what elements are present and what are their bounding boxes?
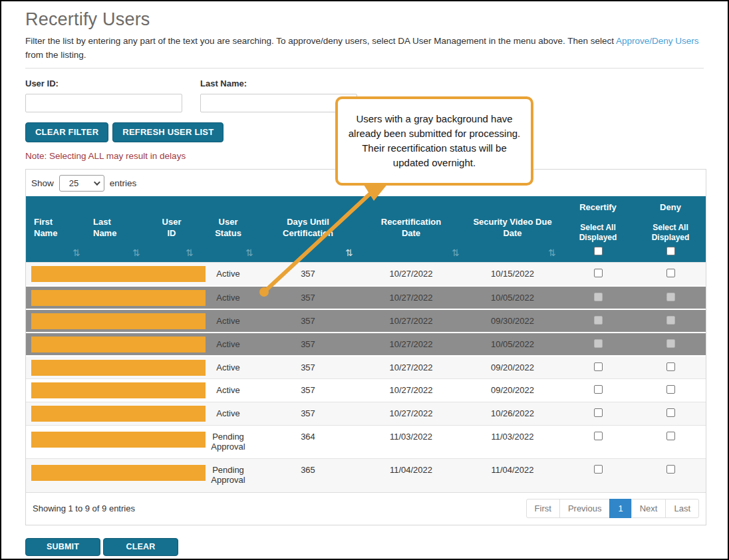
- column-header-security-video-due-date[interactable]: Security Video Due Date ⇅: [464, 196, 561, 263]
- recertify-checkbox[interactable]: [594, 465, 603, 474]
- pagination-next[interactable]: Next: [631, 499, 666, 518]
- sort-icon[interactable]: ⇅: [452, 247, 460, 259]
- gray-background-callout: Users with a gray background have alread…: [335, 96, 533, 186]
- recertify-cell: [561, 263, 635, 286]
- recertification-date-cell: 10/27/2022: [358, 286, 464, 309]
- user-table: First Name ⇅ Last Name ⇅ User ID ⇅ User …: [26, 196, 706, 492]
- last-name-input[interactable]: [200, 94, 357, 112]
- recertify-cell: [561, 402, 635, 426]
- recertification-date-cell: 10/27/2022: [358, 333, 464, 356]
- recertification-date-cell: 11/03/2022: [358, 426, 464, 459]
- last-name-label: Last Name:: [200, 78, 357, 88]
- recertify-checkbox: [594, 339, 603, 348]
- sort-icon[interactable]: ⇅: [245, 247, 253, 259]
- security-video-due-date-cell: 11/04/2022: [464, 459, 561, 492]
- recertify-cell: [561, 379, 635, 402]
- user-status-cell: Active: [198, 356, 258, 379]
- column-header-user-status[interactable]: User Status ⇅: [198, 196, 258, 263]
- chevron-down-icon: [94, 179, 100, 186]
- security-video-due-date-cell: 09/20/2022: [464, 379, 561, 402]
- sort-icon-active[interactable]: ⇅: [345, 247, 353, 259]
- pagination-1[interactable]: 1: [609, 499, 631, 518]
- entries-summary: Showing 1 to 9 of 9 entries: [33, 503, 135, 513]
- deny-checkbox[interactable]: [666, 362, 675, 371]
- security-video-due-date-cell: 11/03/2022: [464, 426, 561, 459]
- sort-icon[interactable]: ⇅: [73, 247, 80, 259]
- deny-cell: [635, 426, 706, 459]
- recertify-checkbox[interactable]: [594, 408, 603, 417]
- user-table-body: Active 357 10/27/2022 10/15/2022 Active …: [26, 263, 706, 492]
- recertify-cell: [561, 356, 635, 379]
- deny-cell: [635, 286, 706, 309]
- recertify-users-page: Recertify Users Filter the list by enter…: [0, 0, 729, 560]
- column-header-deny: Deny Select All Displayed: [635, 196, 706, 263]
- user-id-input[interactable]: [25, 94, 182, 112]
- sort-icon[interactable]: ⇅: [132, 247, 140, 259]
- table-row: Active 357 10/27/2022 10/05/2022: [26, 286, 706, 309]
- redacted-name-cell: [26, 263, 198, 286]
- security-video-due-date-cell: 09/20/2022: [464, 356, 561, 379]
- recertify-cell: [561, 459, 635, 492]
- deny-cell: [635, 379, 706, 402]
- security-video-due-date-cell: 10/26/2022: [464, 402, 561, 426]
- user-status-cell: Active: [198, 309, 258, 333]
- column-header-recertification-date[interactable]: Recertification Date ⇅: [358, 196, 464, 263]
- pagination-last[interactable]: Last: [665, 499, 699, 518]
- deny-checkbox[interactable]: [666, 269, 675, 277]
- intro-before: Filter the list by entering any part of …: [25, 36, 616, 46]
- refresh-user-list-button[interactable]: REFRESH USER LIST: [112, 122, 223, 142]
- column-header-last-name[interactable]: Last Name ⇅: [85, 196, 145, 263]
- pagination-previous[interactable]: Previous: [559, 499, 611, 518]
- clear-button[interactable]: CLEAR: [103, 538, 178, 556]
- table-header-row: First Name ⇅ Last Name ⇅ User ID ⇅ User …: [26, 196, 706, 263]
- intro-text: Filter the list by entering any part of …: [25, 35, 704, 63]
- days-until-certification-cell: 357: [258, 286, 358, 309]
- redaction-bar: [31, 432, 206, 448]
- user-status-cell: Pending Approval: [198, 426, 258, 459]
- security-video-due-date-cell: 10/05/2022: [464, 286, 561, 309]
- table-row: Pending Approval 364 11/03/2022 11/03/20…: [26, 426, 706, 459]
- bottom-actions: SUBMIT CLEAR: [25, 538, 704, 556]
- recertification-date-cell: 11/04/2022: [358, 459, 464, 492]
- entries-label: entries: [110, 178, 137, 188]
- redacted-name-cell: [26, 379, 198, 402]
- deny-cell: [635, 309, 706, 333]
- deny-cell: [635, 263, 706, 286]
- days-until-certification-cell: 357: [258, 402, 358, 426]
- sort-icon[interactable]: ⇅: [548, 247, 556, 259]
- table-row: Active 357 10/27/2022 09/30/2022: [26, 309, 706, 333]
- days-until-certification-cell: 357: [258, 263, 358, 286]
- recertify-checkbox[interactable]: [594, 385, 603, 394]
- approve-deny-users-link[interactable]: Approve/Deny Users: [616, 36, 699, 46]
- page-size-select[interactable]: 25: [59, 175, 104, 192]
- recertify-cell: [561, 426, 635, 459]
- pagination-first[interactable]: First: [526, 499, 560, 518]
- column-header-first-name[interactable]: First Name ⇅: [26, 196, 85, 263]
- recertify-checkbox[interactable]: [594, 362, 603, 371]
- deny-checkbox[interactable]: [666, 465, 675, 474]
- column-header-days-until-certification[interactable]: Days Until Certification ⇅: [258, 196, 358, 263]
- days-until-certification-cell: 357: [258, 356, 358, 379]
- deny-checkbox[interactable]: [666, 408, 675, 417]
- submit-button[interactable]: SUBMIT: [25, 538, 100, 556]
- user-status-cell: Active: [198, 402, 258, 426]
- recertify-checkbox: [594, 293, 603, 301]
- page-title: Recertify Users: [25, 9, 704, 30]
- deny-checkbox[interactable]: [666, 432, 675, 440]
- redaction-bar: [31, 406, 206, 422]
- select-all-deny-checkbox[interactable]: [666, 247, 675, 255]
- user-status-cell: Active: [198, 286, 258, 309]
- sort-icon[interactable]: ⇅: [186, 247, 194, 259]
- recertify-checkbox[interactable]: [594, 269, 603, 277]
- table-row: Active 357 10/27/2022 09/20/2022: [26, 356, 706, 379]
- recertify-checkbox[interactable]: [594, 432, 603, 440]
- column-header-user-id[interactable]: User ID ⇅: [145, 196, 198, 263]
- deny-checkbox[interactable]: [666, 385, 675, 394]
- callout-text: Users with a gray background have alread…: [346, 112, 523, 170]
- user-table-wrapper: Show 25 entries First Name ⇅: [25, 169, 706, 525]
- days-until-certification-cell: 357: [258, 333, 358, 356]
- column-header-recertify: Recertify Select All Displayed: [561, 196, 635, 263]
- user-status-cell: Active: [198, 379, 258, 402]
- select-all-recertify-checkbox[interactable]: [594, 247, 603, 255]
- clear-filter-button[interactable]: CLEAR FILTER: [25, 122, 108, 142]
